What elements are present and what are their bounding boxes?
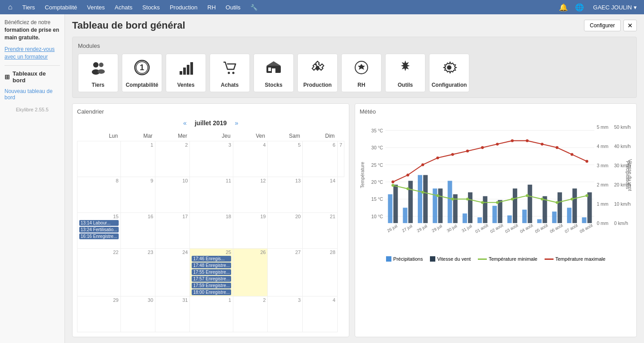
calendar-day-cell[interactable]: 31 bbox=[155, 296, 190, 332]
svg-text:4 mm: 4 mm bbox=[597, 144, 608, 149]
navbar-production[interactable]: Production bbox=[165, 0, 202, 14]
col-sam: Sam bbox=[268, 131, 303, 141]
calendar-day-cell[interactable]: 6 bbox=[303, 141, 337, 177]
svg-point-86 bbox=[391, 181, 394, 183]
sidebar-new-dashboard-link[interactable]: Nouveau tableau de bord bbox=[4, 87, 60, 102]
navbar-outils[interactable]: Outils bbox=[221, 0, 245, 14]
calendar-event[interactable]: 17:59 Enregistre... bbox=[192, 283, 231, 288]
svg-point-83 bbox=[556, 201, 558, 204]
calendar-event[interactable]: 13:14 Labour... bbox=[79, 220, 119, 226]
day-number: 8 bbox=[79, 178, 119, 183]
configure-button[interactable]: Configurer bbox=[584, 20, 621, 31]
calendar-day-cell[interactable]: 16 bbox=[120, 213, 155, 249]
module-ventes[interactable]: Ventes bbox=[166, 54, 206, 92]
calendar-day-cell[interactable]: 1513:14 Labour...13:24 Fertilisatio...16… bbox=[77, 213, 121, 249]
module-stocks[interactable]: Stocks bbox=[253, 54, 294, 92]
calendar-day-cell[interactable]: 13 bbox=[268, 177, 303, 213]
calendar-event[interactable]: 16:16 Enregistre... bbox=[79, 233, 119, 239]
calendar-day-cell[interactable]: 14 bbox=[303, 177, 337, 213]
calendar-day-cell[interactable]: 4 bbox=[233, 141, 268, 177]
calendar-day-cell[interactable]: 5 bbox=[268, 141, 303, 177]
svg-rect-7 bbox=[180, 71, 182, 75]
calendar-day-cell[interactable]: 20 bbox=[268, 213, 303, 249]
navbar-stocks[interactable]: Stocks bbox=[138, 0, 164, 14]
calendar-day-cell[interactable]: 4 bbox=[303, 296, 337, 332]
calendar-day-cell[interactable]: 27 bbox=[268, 249, 303, 296]
module-production[interactable]: Production bbox=[297, 54, 338, 92]
svg-text:02 août: 02 août bbox=[489, 223, 504, 234]
cal-next-button[interactable]: » bbox=[232, 119, 241, 127]
legend-temp-min: Température minimale bbox=[478, 256, 537, 262]
svg-point-94 bbox=[511, 140, 514, 142]
calendar-day-cell[interactable]: 19 bbox=[233, 213, 268, 249]
module-tiers[interactable]: Tiers bbox=[78, 54, 118, 92]
calendar-day-cell[interactable]: 2 bbox=[155, 141, 190, 177]
day-number: 28 bbox=[305, 250, 335, 255]
notification-icon[interactable]: 🔔 bbox=[557, 1, 570, 13]
module-comptabilite[interactable]: 1 Comptabilité bbox=[122, 54, 162, 92]
sidebar-tableaux-section[interactable]: ⊞ Tableaux de bord bbox=[4, 70, 60, 84]
module-outils[interactable]: Outils bbox=[385, 54, 425, 92]
navbar-achats[interactable]: Achats bbox=[110, 0, 137, 14]
calendar-event[interactable]: 17:55 Enregistre... bbox=[192, 269, 231, 275]
module-rh[interactable]: RH bbox=[341, 54, 382, 92]
day-number: 10 bbox=[157, 178, 188, 183]
calendar-day-cell[interactable]: 7 bbox=[337, 141, 344, 177]
svg-rect-49 bbox=[463, 213, 467, 223]
rh-icon bbox=[353, 59, 369, 79]
navbar-ventes[interactable]: Ventes bbox=[82, 0, 109, 14]
calendar-day-cell[interactable]: 21 bbox=[303, 213, 337, 249]
svg-rect-54 bbox=[537, 219, 541, 223]
navbar-comptabilite[interactable]: Comptabilité bbox=[40, 0, 82, 14]
calendar-event[interactable]: 17:57 Enregistre... bbox=[192, 276, 231, 282]
cal-prev-button[interactable]: « bbox=[180, 119, 189, 127]
svg-point-95 bbox=[526, 140, 528, 142]
comptabilite-label: Comptabilité bbox=[126, 82, 159, 88]
day-number: 20 bbox=[270, 214, 301, 219]
calendar-grid: Lun Mar Mer Jeu Ven Sam Dim 123456789101… bbox=[77, 131, 344, 332]
day-number: 29 bbox=[79, 297, 119, 303]
close-button[interactable]: ✕ bbox=[623, 20, 637, 31]
calendar-event[interactable]: 13:24 Fertilisatio... bbox=[79, 227, 119, 233]
calendar-day-cell[interactable]: 17 bbox=[155, 213, 190, 249]
calendar-day-cell[interactable]: 23 bbox=[120, 249, 155, 296]
calendar-day-cell[interactable]: 8 bbox=[77, 177, 121, 213]
calendar-day-cell[interactable]: 1 bbox=[190, 296, 233, 332]
calendar-day-cell[interactable]: 2 bbox=[233, 296, 268, 332]
calendar-day-cell[interactable]: 1 bbox=[120, 141, 155, 177]
home-nav-item[interactable]: ⌂ bbox=[4, 0, 17, 14]
calendar-day-cell[interactable]: 28 bbox=[303, 249, 337, 296]
calendar-day-cell[interactable]: 18 bbox=[190, 213, 233, 249]
calendar-day-cell[interactable]: 3 bbox=[190, 141, 233, 177]
navbar-wrench[interactable]: 🔧 bbox=[246, 0, 262, 14]
col-mar: Mar bbox=[120, 131, 155, 141]
calendar-header: « juillet 2019 » bbox=[77, 119, 344, 127]
calendar-section: Calendrier « juillet 2019 » Lun Mar Mer … bbox=[72, 103, 349, 337]
sidebar-promo-link[interactable]: Prendre rendez-vous avec un formateur bbox=[4, 46, 60, 61]
calendar-day-cell[interactable]: 12 bbox=[233, 177, 268, 213]
legend-temp-max-icon bbox=[545, 258, 554, 260]
user-menu[interactable]: GAEC JOULIN ▾ bbox=[589, 4, 640, 11]
outils-icon bbox=[397, 59, 413, 79]
calendar-day-cell[interactable]: 3 bbox=[268, 296, 303, 332]
module-achats[interactable]: Achats bbox=[210, 54, 250, 92]
calendar-day-cell[interactable]: 22 bbox=[77, 249, 121, 296]
svg-text:29 juil: 29 juil bbox=[431, 224, 443, 233]
calendar-day-cell[interactable]: 29 bbox=[77, 296, 121, 332]
calendar-day-cell[interactable]: 24 bbox=[155, 249, 190, 296]
calendar-event[interactable]: 17:48 Enregistre... bbox=[192, 263, 231, 268]
calendar-day-cell[interactable]: 11 bbox=[190, 177, 233, 213]
navbar-rh[interactable]: RH bbox=[203, 0, 220, 14]
calendar-day-cell[interactable]: 10 bbox=[155, 177, 190, 213]
calendar-event[interactable]: 18:00 Enregistre... bbox=[192, 289, 231, 295]
calendar-day-cell[interactable]: 2517:46 Enregis...17:48 Enregistre...17:… bbox=[190, 249, 233, 296]
calendar-event[interactable]: 17:46 Enregis... bbox=[192, 256, 231, 262]
day-number: 24 bbox=[157, 250, 188, 255]
module-configuration[interactable]: Configuration bbox=[429, 54, 469, 92]
calendar-day-cell[interactable] bbox=[77, 141, 121, 177]
calendar-day-cell[interactable]: 26 bbox=[233, 249, 268, 296]
navbar-tiers[interactable]: Tiers bbox=[18, 0, 39, 14]
calendar-day-cell[interactable]: 9 bbox=[120, 177, 155, 213]
globe-icon[interactable]: 🌐 bbox=[573, 1, 586, 13]
calendar-day-cell[interactable]: 30 bbox=[120, 296, 155, 332]
